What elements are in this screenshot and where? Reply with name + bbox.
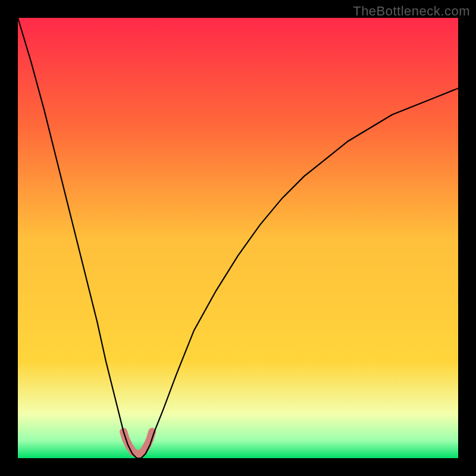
chart-frame: TheBottleneck.com <box>0 0 476 476</box>
watermark-text: TheBottleneck.com <box>353 4 470 19</box>
gradient-background <box>18 18 458 458</box>
plot-area <box>18 18 458 458</box>
